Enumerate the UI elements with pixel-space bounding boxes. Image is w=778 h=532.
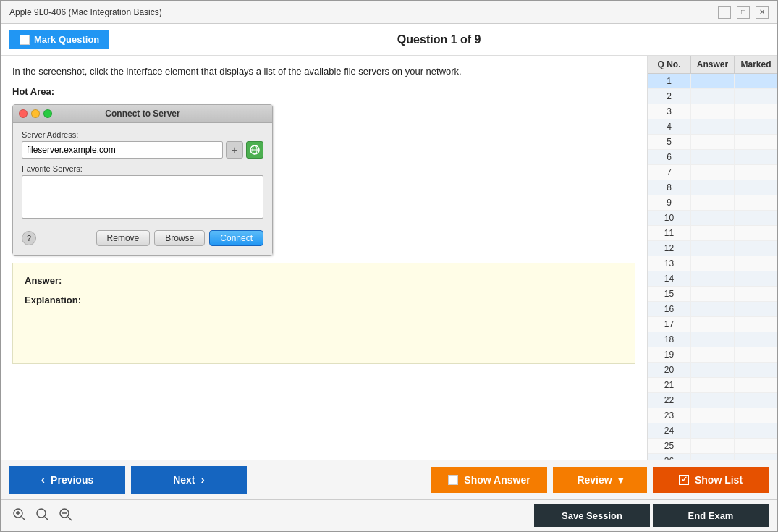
sidebar-cell-marked [735,423,777,438]
svg-line-11 [68,517,72,520]
sidebar-cell-qno: 17 [648,317,691,332]
sidebar-row[interactable]: 23 [648,408,777,423]
sidebar-row[interactable]: 17 [648,317,777,332]
answer-box: Answer: Explanation: [12,263,635,364]
sidebar-row[interactable]: 14 [648,271,777,287]
connect-button[interactable]: Connect [209,230,263,246]
sidebar-cell-marked [735,332,777,347]
sidebar-cell-marked [735,347,777,362]
sidebar-cell-qno: 11 [648,226,691,240]
sidebar-row[interactable]: 2 [648,89,777,104]
zoom-in-icon [12,507,27,522]
remove-button[interactable]: Remove [96,230,151,246]
hot-area-label: Hot Area: [12,86,635,97]
sidebar-cell-qno: 7 [648,165,691,180]
svg-point-7 [37,509,46,518]
sidebar-cell-qno: 21 [648,378,691,392]
sidebar-cell-marked [735,454,777,460]
window-controls: − □ ✕ [718,6,769,19]
sidebar-cell-answer [691,195,735,210]
zoom-reset-button[interactable] [33,506,53,526]
sidebar-row[interactable]: 18 [648,332,777,347]
minimize-button[interactable]: − [718,6,731,19]
sidebar-cell-answer [691,378,735,392]
show-list-label: Show List [695,474,743,486]
sidebar-cell-qno: 2 [648,89,691,104]
save-session-button[interactable]: Save Session [534,504,650,527]
sidebar-cell-marked [735,104,777,119]
sidebar-cell-answer [691,150,735,164]
zoom-out-button[interactable] [56,506,76,526]
maximize-button[interactable]: □ [737,6,750,19]
sidebar-cell-answer [691,256,735,271]
sidebar-row[interactable]: 25 [648,439,777,454]
sidebar-cell-marked [735,256,777,271]
sidebar-cell-qno: 13 [648,256,691,271]
sidebar-row[interactable]: 9 [648,195,777,211]
mark-question-label: Mark Question [34,34,99,45]
sidebar-cell-qno: 1 [648,74,691,88]
server-address-label: Server Address: [22,130,263,139]
sidebar-row[interactable]: 24 [648,423,777,439]
zoom-in-button[interactable] [9,506,30,526]
sidebar-row[interactable]: 22 [648,393,777,408]
sidebar-cell-answer [691,119,735,134]
sidebar-row[interactable]: 16 [648,302,777,317]
favorite-servers-list[interactable] [22,175,263,219]
sidebar-row[interactable]: 6 [648,150,777,165]
toolbar: Mark Question Question 1 of 9 [1,24,777,56]
review-button[interactable]: Review ▾ [553,467,647,493]
show-list-checkbox-icon [679,475,689,485]
sidebar-cell-answer [691,180,735,195]
next-label: Next [173,474,195,486]
sidebar-row[interactable]: 11 [648,226,777,241]
help-button[interactable]: ? [22,231,36,245]
sidebar-cell-qno: 25 [648,439,691,453]
sidebar-cell-marked [735,180,777,195]
sidebar-row[interactable]: 1 [648,74,777,89]
add-server-button[interactable]: + [226,141,243,159]
browse-network-button[interactable] [246,141,263,159]
sidebar-cell-marked [735,89,777,104]
sidebar-cell-answer [691,241,735,256]
zoom-out-icon [59,507,73,522]
sidebar-cell-marked [735,226,777,240]
sidebar-cell-qno: 26 [648,454,691,460]
next-button[interactable]: Next › [131,466,247,494]
window-title: Apple 9L0-406 (Mac Integration Basics) [9,7,162,17]
mark-question-button[interactable]: Mark Question [9,30,109,49]
show-answer-button[interactable]: Show Answer [431,467,547,493]
close-button[interactable]: ✕ [756,6,769,19]
sidebar-row[interactable]: 26 [648,454,777,460]
connect-to-server-dialog[interactable]: Connect to Server Server Address: + [12,104,273,256]
svg-line-6 [22,517,25,520]
sidebar-cell-marked [735,119,777,134]
sidebar-row[interactable]: 21 [648,378,777,393]
sidebar-row[interactable]: 12 [648,241,777,256]
previous-button[interactable]: ‹ Previous [9,466,125,494]
sidebar-cell-answer [691,89,735,104]
sidebar-row[interactable]: 20 [648,363,777,378]
show-answer-label: Show Answer [464,474,530,486]
sidebar-row[interactable]: 5 [648,135,777,150]
sidebar-row[interactable]: 7 [648,165,777,180]
bottom-toolbar: ‹ Previous Next › Show Answer Review ▾ S… [1,460,777,499]
sidebar-row[interactable]: 4 [648,119,777,135]
sidebar-row[interactable]: 10 [648,211,777,226]
sidebar-row[interactable]: 15 [648,287,777,302]
sidebar-cell-qno: 15 [648,287,691,301]
browse-button[interactable]: Browse [154,230,205,246]
sidebar-cell-qno: 14 [648,271,691,286]
sidebar-cell-qno: 12 [648,241,691,256]
sidebar-cell-marked [735,211,777,225]
sidebar-row[interactable]: 19 [648,347,777,363]
sidebar-row[interactable]: 3 [648,104,777,119]
sidebar-row[interactable]: 8 [648,180,777,195]
sidebar-cell-answer [691,408,735,423]
sidebar-cell-answer [691,423,735,438]
sidebar-row[interactable]: 13 [648,256,777,271]
end-exam-button[interactable]: End Exam [653,504,769,527]
sidebar-cell-marked [735,439,777,453]
server-address-input[interactable] [22,141,223,159]
show-list-button[interactable]: Show List [653,467,769,493]
